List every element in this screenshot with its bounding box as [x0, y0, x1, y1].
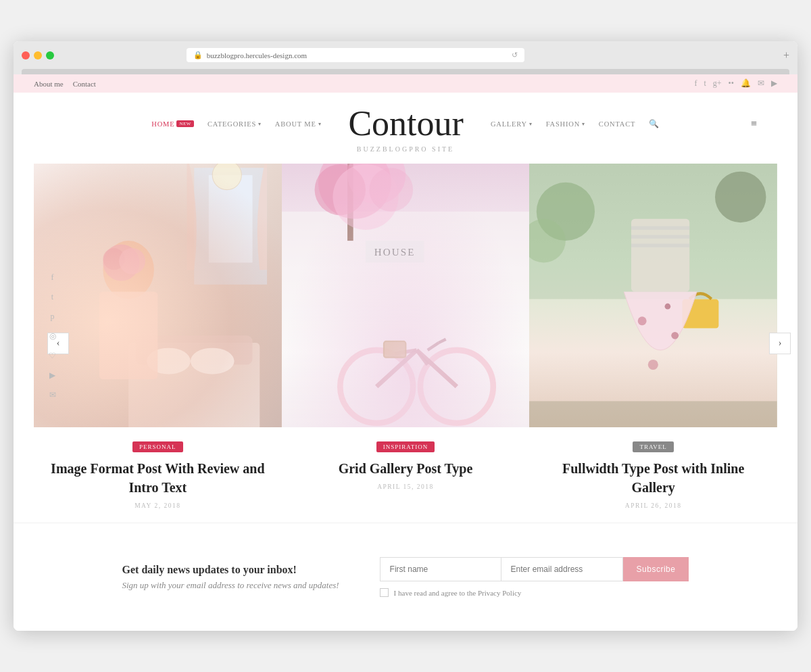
sidebar-mail-icon[interactable]: ✉ — [49, 390, 56, 400]
svg-point-25 — [340, 350, 413, 423]
svg-point-23 — [333, 164, 398, 230]
svg-rect-17 — [366, 241, 424, 262]
post-image-3[interactable] — [529, 164, 777, 427]
browser-window: 🔒 buzzblogpro.hercules-design.com ↺ + Ab… — [14, 41, 797, 631]
chevron-down-icon: ▾ — [258, 121, 262, 127]
svg-point-26 — [420, 350, 493, 423]
sidebar-twitter-icon[interactable]: t — [49, 292, 56, 302]
sidebar-youtube-icon[interactable]: ▶ — [49, 370, 56, 381]
firstname-input[interactable] — [380, 557, 501, 581]
maximize-button[interactable] — [46, 51, 54, 59]
post-image-2[interactable]: HOUSE — [282, 164, 530, 427]
nav-right: GALLERY ▾ FASHION ▾ CONTACT 🔍 — [491, 119, 660, 129]
post-date-2: APRIL 15, 2018 — [295, 483, 516, 490]
slider-next-button[interactable]: › — [769, 333, 791, 354]
svg-rect-49 — [529, 401, 777, 427]
svg-point-46 — [672, 332, 679, 339]
post-card-1: PERSONAL Image Format Post With Review a… — [34, 164, 282, 523]
chevron-down-icon: ▾ — [529, 121, 533, 127]
post-content-3: TRAVEL Fullwidth Type Post with Inline G… — [529, 427, 777, 523]
newsletter-heading: Get daily news updates to your inbox! — [122, 564, 339, 576]
contact-link[interactable]: Contact — [73, 80, 96, 88]
svg-rect-2 — [194, 168, 267, 285]
bell-icon[interactable]: 🔔 — [741, 78, 751, 89]
svg-point-11 — [103, 245, 139, 281]
search-icon[interactable]: 🔍 — [649, 119, 660, 129]
post-image-1[interactable] — [34, 164, 282, 427]
sidebar-pinterest-icon[interactable]: p — [49, 312, 56, 322]
svg-line-27 — [376, 350, 416, 387]
sidebar-heart-icon[interactable]: ♡ — [49, 351, 56, 361]
subscribe-button[interactable]: Subscribe — [623, 557, 689, 581]
category-badge-1[interactable]: PERSONAL — [132, 441, 183, 452]
post-title-2[interactable]: Grid Gallery Post Type — [295, 459, 516, 478]
post-content-1: PERSONAL Image Format Post With Review a… — [34, 427, 282, 523]
svg-line-30 — [395, 350, 416, 354]
svg-rect-16 — [282, 212, 530, 427]
tab-bar — [22, 69, 789, 74]
utility-social: f t g+ •• 🔔 ✉ ▶ — [694, 78, 777, 89]
window-controls — [22, 51, 54, 59]
svg-line-29 — [416, 350, 427, 365]
privacy-checkbox[interactable] — [380, 588, 389, 597]
post-date-3: APRIL 26, 2018 — [543, 502, 764, 509]
facebook-icon[interactable]: f — [694, 78, 697, 89]
hamburger-menu[interactable]: ≡ — [751, 118, 757, 130]
sidebar-facebook-icon[interactable]: f — [49, 272, 56, 283]
svg-rect-1 — [34, 164, 282, 427]
post-card-2: HOUSE — [282, 164, 530, 523]
post-content-2: INSPIRATION Grid Gallery Post Type APRIL… — [282, 427, 530, 504]
nav-about[interactable]: ABOUT ME ▾ — [275, 120, 322, 128]
svg-point-13 — [119, 248, 145, 274]
category-badge-3[interactable]: TRAVEL — [633, 441, 673, 452]
post-title-1[interactable]: Image Format Post With Review and Intro … — [47, 459, 268, 497]
nav-fashion[interactable]: FASHION ▾ — [546, 120, 585, 128]
email-icon[interactable]: ✉ — [758, 78, 764, 89]
svg-line-28 — [416, 350, 456, 387]
posts-grid: PERSONAL Image Format Post With Review a… — [34, 164, 777, 523]
browser-chrome: 🔒 buzzblogpro.hercules-design.com ↺ + — [14, 41, 797, 74]
email-input[interactable] — [501, 557, 623, 581]
twitter-icon[interactable]: t — [704, 78, 706, 89]
url-text: buzzblogpro.hercules-design.com — [207, 51, 307, 59]
svg-point-21 — [347, 164, 406, 204]
nav-home[interactable]: HOME NEW — [151, 120, 194, 128]
svg-rect-33 — [384, 341, 406, 358]
svg-point-7 — [147, 348, 191, 375]
svg-point-48 — [665, 304, 671, 310]
svg-point-38 — [715, 172, 766, 222]
close-button[interactable] — [22, 51, 30, 59]
svg-rect-44 — [631, 243, 689, 247]
googleplus-icon[interactable]: g+ — [713, 78, 722, 89]
sidebar-instagram-icon[interactable]: ◎ — [49, 331, 56, 341]
new-tab-button[interactable]: + — [783, 49, 789, 62]
site-wrapper: About me Contact f t g+ •• 🔔 ✉ ▶ HOME NE… — [14, 74, 797, 631]
minimize-button[interactable] — [34, 51, 42, 59]
svg-point-8 — [191, 348, 235, 375]
svg-point-24 — [369, 168, 413, 212]
svg-rect-6 — [136, 335, 253, 364]
svg-point-9 — [103, 241, 153, 299]
post-title-3[interactable]: Fullwidth Type Post with Inline Gallery — [543, 459, 764, 497]
newsletter-subtext: Sign up with your email address to recei… — [122, 580, 339, 591]
svg-text:HOUSE: HOUSE — [374, 247, 415, 258]
privacy-label: I have read and agree to the Privacy Pol… — [394, 589, 522, 597]
site-logo[interactable]: Contour — [348, 106, 463, 141]
svg-point-47 — [648, 360, 658, 370]
newsletter-text: Get daily news updates to your inbox! Si… — [122, 564, 339, 591]
main-nav: HOME NEW CATEGORIES ▾ ABOUT ME ▾ Contour — [54, 106, 757, 141]
about-me-link[interactable]: About me — [34, 80, 64, 88]
bloglovin-icon[interactable]: •• — [729, 78, 734, 89]
rss-icon[interactable]: ▶ — [771, 78, 777, 89]
svg-line-32 — [439, 339, 446, 343]
address-bar[interactable]: 🔒 buzzblogpro.hercules-design.com ↺ — [187, 48, 524, 62]
slider-section: ‹ — [14, 164, 797, 523]
nav-contact[interactable]: CONTACT — [599, 120, 635, 128]
svg-rect-3 — [209, 175, 253, 262]
svg-rect-14 — [282, 164, 530, 427]
nav-categories[interactable]: CATEGORIES ▾ — [207, 120, 262, 128]
svg-rect-43 — [631, 235, 689, 238]
nav-gallery[interactable]: GALLERY ▾ — [491, 120, 533, 128]
category-badge-2[interactable]: INSPIRATION — [376, 441, 435, 452]
svg-rect-0 — [34, 164, 282, 427]
